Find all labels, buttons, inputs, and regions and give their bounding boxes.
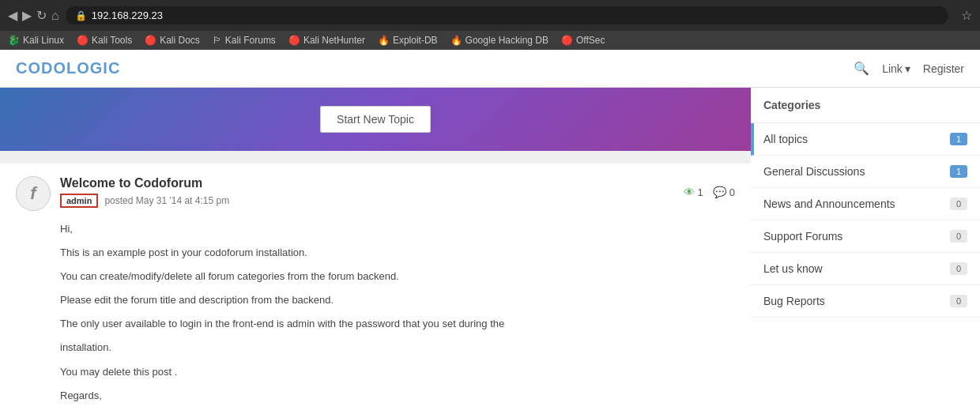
link-label: Link: [882, 62, 903, 75]
google-hacking-icon: 🔥: [450, 35, 462, 46]
post-line-7: You may delete this post .: [60, 363, 735, 381]
site-logo[interactable]: CODOLOGIC: [16, 59, 120, 77]
view-count: 👁 1: [684, 186, 703, 198]
bookmark-kali-tools[interactable]: 🔴 Kali Tools: [77, 35, 132, 46]
bookmark-exploit-db[interactable]: 🔥 Exploit-DB: [378, 35, 438, 46]
category-item-general[interactable]: General Discussions 1: [751, 156, 980, 188]
bookmark-label: Kali Docs: [160, 35, 200, 46]
back-button[interactable]: ◀: [8, 9, 17, 22]
bookmarks-bar: 🐉 Kali Linux 🔴 Kali Tools 🔴 Kali Docs 🏳 …: [0, 31, 980, 50]
sidebar: Categories All topics 1 General Discussi…: [751, 88, 980, 414]
category-name: News and Announcements: [763, 198, 950, 210]
bookmark-label: Exploit-DB: [393, 35, 438, 46]
category-count: 1: [950, 133, 967, 145]
content-area: Start New Topic f Welcome to Codoforum a…: [0, 88, 751, 414]
category-item-news[interactable]: News and Announcements 0: [751, 188, 980, 220]
category-count: 0: [950, 295, 967, 307]
post-line-5: The only user available to login in the …: [60, 315, 735, 333]
address-text: 192.168.229.23: [92, 9, 163, 21]
post-title: Welcome to Codoforum: [60, 176, 229, 190]
post-line-1: Hi,: [60, 220, 735, 238]
category-item-support[interactable]: Support Forums 0: [751, 220, 980, 253]
bookmark-label: Kali Linux: [23, 35, 64, 46]
post-stats: 👁 1 💬 0: [684, 186, 735, 198]
category-list: All topics 1 General Discussions 1 News …: [751, 123, 980, 318]
lock-icon: 🔒: [75, 10, 87, 21]
post-header: f Welcome to Codoforum admin posted May …: [16, 176, 735, 211]
bookmark-label: Google Hacking DB: [466, 35, 548, 46]
author-badge[interactable]: admin: [60, 194, 98, 208]
register-button[interactable]: Register: [923, 62, 964, 75]
category-name: Let us know: [763, 262, 950, 275]
post-line-6: installation.: [60, 339, 735, 356]
bookmark-star-icon[interactable]: ☆: [961, 8, 972, 23]
categories-header: Categories: [751, 88, 980, 123]
category-item-let-us-know[interactable]: Let us know 0: [751, 253, 980, 285]
post-area: f Welcome to Codoforum admin posted May …: [0, 164, 751, 414]
kali-linux-icon: 🐉: [8, 35, 20, 46]
bookmark-google-hacking[interactable]: 🔥 Google Hacking DB: [450, 35, 548, 46]
comment-number: 0: [729, 186, 735, 198]
bookmark-label: Kali Forums: [225, 35, 276, 46]
category-name: All topics: [763, 133, 950, 145]
exploit-db-icon: 🔥: [378, 35, 390, 46]
kali-tools-icon: 🔴: [77, 35, 89, 46]
category-count: 0: [950, 198, 967, 210]
post-date: posted May 31 '14 at 4:15 pm: [104, 195, 229, 206]
bookmark-label: OffSec: [576, 35, 605, 46]
nav-buttons: ◀ ▶ ↻ ⌂: [8, 9, 59, 22]
comment-count: 💬 0: [713, 186, 735, 198]
bookmark-label: Kali Tools: [92, 35, 132, 46]
offsec-icon: 🔴: [561, 35, 573, 46]
comment-icon: 💬: [713, 186, 726, 198]
bookmark-kali-linux[interactable]: 🐉 Kali Linux: [8, 35, 64, 46]
bookmark-kali-forums[interactable]: 🏳 Kali Forums: [213, 35, 276, 46]
avatar: f: [16, 176, 51, 211]
category-count: 1: [950, 165, 967, 178]
category-count: 0: [950, 262, 967, 275]
post-line-2: This is an example post in your codoforu…: [60, 244, 735, 262]
kali-forums-icon: 🏳: [213, 35, 222, 46]
hero-banner: Start New Topic: [0, 88, 751, 151]
address-bar[interactable]: 🔒 192.168.229.23: [66, 6, 948, 24]
post-line-3: You can create/modify/delete all forum c…: [60, 268, 735, 285]
category-item-bug-reports[interactable]: Bug Reports 0: [751, 285, 980, 318]
bookmark-kali-nethunter[interactable]: 🔴 Kali NetHunter: [288, 35, 365, 46]
home-button[interactable]: ⌂: [51, 9, 59, 22]
category-count: 0: [950, 230, 967, 243]
kali-nethunter-icon: 🔴: [288, 35, 300, 46]
category-name: General Discussions: [763, 165, 950, 178]
bookmark-kali-docs[interactable]: 🔴 Kali Docs: [145, 35, 200, 46]
post-author-line: admin posted May 31 '14 at 4:15 pm: [60, 194, 229, 208]
category-item-all-topics[interactable]: All topics 1: [751, 123, 980, 156]
browser-chrome: ◀ ▶ ↻ ⌂ 🔒 192.168.229.23 ☆: [0, 0, 980, 31]
post-line-4: Please edit the forum title and descript…: [60, 292, 735, 309]
site-header: CODOLOGIC 🔍 Link ▾ Register: [0, 50, 980, 88]
category-name: Support Forums: [763, 230, 950, 243]
eye-icon: 👁: [684, 186, 695, 198]
reload-button[interactable]: ↻: [36, 9, 47, 22]
forward-button[interactable]: ▶: [22, 9, 32, 22]
kali-docs-icon: 🔴: [145, 35, 156, 46]
bookmark-label: Kali NetHunter: [303, 35, 365, 46]
start-new-topic-button[interactable]: Start New Topic: [320, 106, 431, 133]
link-dropdown[interactable]: Link ▾: [882, 62, 910, 75]
post-meta: Welcome to Codoforum admin posted May 31…: [60, 176, 735, 208]
category-name: Bug Reports: [763, 295, 950, 307]
header-right: 🔍 Link ▾ Register: [854, 61, 964, 76]
post-content: Hi, This is an example post in your codo…: [60, 220, 735, 405]
view-number: 1: [698, 186, 703, 198]
search-icon[interactable]: 🔍: [854, 61, 869, 76]
bookmark-offsec[interactable]: 🔴 OffSec: [561, 35, 605, 46]
post-line-8: Regards,: [60, 387, 735, 405]
chevron-down-icon: ▾: [905, 62, 910, 75]
main-container: Start New Topic f Welcome to Codoforum a…: [0, 88, 980, 414]
